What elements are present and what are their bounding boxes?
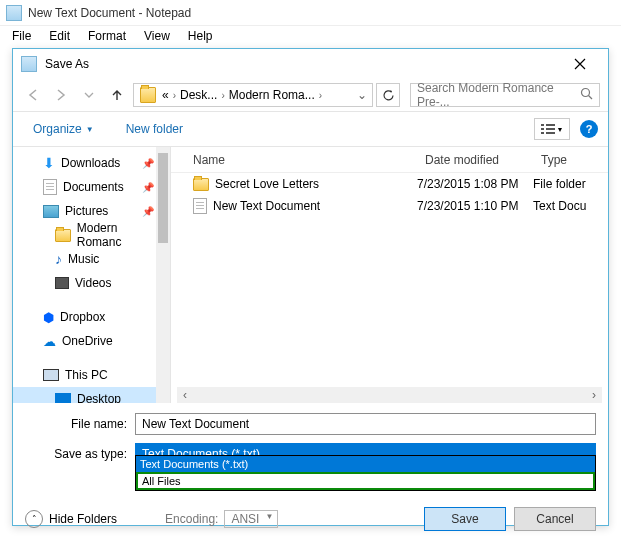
save-as-dialog: Save As « › Desk... › Modern Roma... › ⌄… [12,48,609,526]
dropbox-icon: ⬢ [43,310,54,325]
svg-rect-2 [546,124,555,126]
col-type[interactable]: Type [533,153,608,167]
chevron-up-icon: ˄ [25,510,43,528]
organize-button[interactable]: Organize ▼ [23,118,104,140]
saveas-dropdown[interactable]: Text Documents (*.txt)All Files [135,455,596,491]
chevron-down-icon [84,92,94,98]
svg-rect-6 [546,132,555,134]
file-row[interactable]: New Text Document7/23/2015 1:10 PMText D… [171,195,608,217]
tree-item[interactable]: Videos [13,271,170,295]
col-date[interactable]: Date modified [417,153,533,167]
pin-icon: 📌 [142,182,154,193]
encoding-combo[interactable]: ANSI▼ [224,510,278,528]
search-icon [580,87,593,103]
address-bar[interactable]: « › Desk... › Modern Roma... › ⌄ [133,83,373,107]
saveas-label: Save as type: [25,447,135,461]
back-button[interactable] [21,83,45,107]
tree-item-label: OneDrive [62,334,113,348]
close-icon [574,58,586,70]
save-button[interactable]: Save [424,507,506,531]
tree-scrollbar[interactable] [156,147,170,403]
menu-view[interactable]: View [136,27,178,45]
svg-rect-4 [546,128,555,130]
horizontal-scrollbar[interactable]: ‹ › [177,387,602,403]
form-area: File name: Save as type: Text Documents … [13,403,608,467]
col-name[interactable]: Name [171,153,417,167]
chevron-right-icon: › [171,90,178,101]
crumb-overflow[interactable]: « [160,88,171,102]
scroll-right-icon[interactable]: › [586,387,602,403]
tree-item[interactable]: Pictures📌 [13,199,170,223]
nav-row: « › Desk... › Modern Roma... › ⌄ Search … [13,79,608,111]
tree-item-label: Music [68,252,99,266]
refresh-button[interactable] [376,83,400,107]
new-folder-button[interactable]: New folder [116,118,193,140]
help-button[interactable]: ? [580,120,598,138]
file-pane: Name Date modified Type Secret Love Lett… [171,147,608,403]
dropdown-option[interactable]: Text Documents (*.txt) [136,456,595,472]
forward-button[interactable] [49,83,73,107]
tree-item-label: Modern Romanc [77,221,164,249]
scroll-left-icon[interactable]: ‹ [177,387,193,403]
tree-item[interactable]: ♪Music [13,247,170,271]
arrow-left-icon [26,88,40,102]
search-input[interactable]: Search Modern Romance Pre-... [410,83,600,107]
tree-item[interactable]: Documents📌 [13,175,170,199]
chevron-right-icon: › [317,90,324,101]
notepad-icon [6,5,22,21]
menubar: File Edit Format View Help [0,26,621,46]
tree-item-label: This PC [65,368,108,382]
tree-item[interactable]: ☁OneDrive [13,329,170,353]
tree-item-label: Pictures [65,204,108,218]
svg-rect-3 [541,128,544,130]
download-icon: ⬇ [43,155,55,171]
pc-icon [43,369,59,381]
view-icon [541,123,555,135]
folder-icon [193,178,209,191]
recent-button[interactable] [77,83,101,107]
refresh-icon [382,89,395,102]
tree-item-label: Downloads [61,156,120,170]
dialog-titlebar[interactable]: Save As [13,49,608,79]
crumb-folder[interactable]: Modern Roma... [227,88,317,102]
document-icon [43,179,57,195]
dialog-footer: ˄ Hide Folders Encoding: ANSI▼ Save Canc… [13,501,608,537]
view-button[interactable]: ▼ [534,118,570,140]
dialog-title: Save As [45,57,89,71]
menu-edit[interactable]: Edit [41,27,78,45]
svg-point-0 [582,89,590,97]
music-icon: ♪ [55,251,62,267]
search-placeholder: Search Modern Romance Pre-... [417,81,580,109]
tree-item-label: Dropbox [60,310,105,324]
tree-item[interactable]: This PC [13,363,170,387]
file-date: 7/23/2015 1:10 PM [417,199,533,213]
address-dropdown[interactable]: ⌄ [354,88,370,102]
scrollbar-thumb[interactable] [158,153,168,243]
chevron-right-icon: › [219,90,226,101]
menu-help[interactable]: Help [180,27,221,45]
crumb-desktop[interactable]: Desk... [178,88,219,102]
filename-input[interactable] [135,413,596,435]
up-button[interactable] [105,83,129,107]
tree-item[interactable]: Desktop [13,387,170,403]
menu-file[interactable]: File [4,27,39,45]
folder-icon [140,87,156,103]
tree-item[interactable]: Modern Romanc [13,223,170,247]
arrow-up-icon [110,88,124,102]
dialog-body: ⬇Downloads📌Documents📌Pictures📌Modern Rom… [13,147,608,403]
tree-item[interactable]: ⬇Downloads📌 [13,151,170,175]
hide-folders-button[interactable]: ˄ Hide Folders [25,510,117,528]
pin-icon: 📌 [142,206,154,217]
close-button[interactable] [560,50,600,78]
menu-format[interactable]: Format [80,27,134,45]
tree-item-label: Documents [63,180,124,194]
encoding-row: Encoding: ANSI▼ [165,510,278,528]
file-row[interactable]: Secret Love Letters7/23/2015 1:08 PMFile… [171,173,608,195]
toolbar: Organize ▼ New folder ▼ ? [13,111,608,147]
dropdown-option[interactable]: All Files [136,472,595,490]
document-icon [193,198,207,214]
tree-item[interactable]: ⬢Dropbox [13,305,170,329]
cancel-button[interactable]: Cancel [514,507,596,531]
picture-icon [43,205,59,218]
file-type: Text Docu [533,199,608,213]
